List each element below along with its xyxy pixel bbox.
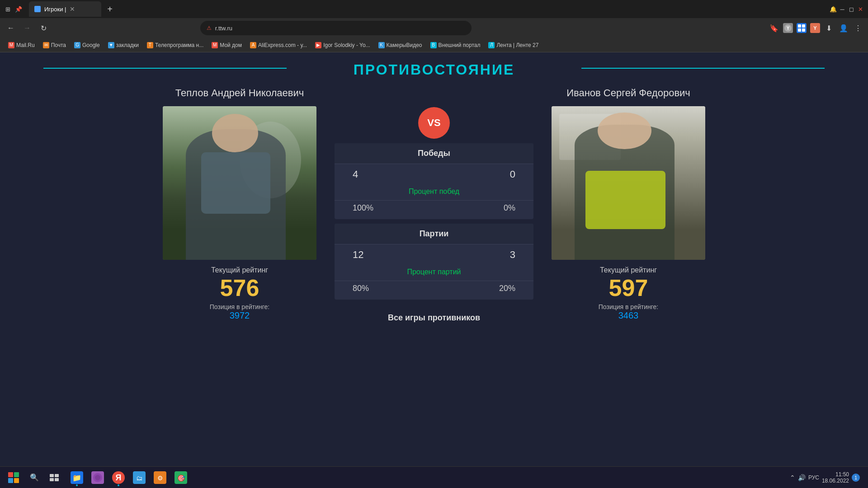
svg-rect-9 — [55, 478, 59, 481]
bookmark-ali[interactable]: A AliExpress.com - у... — [246, 39, 311, 51]
tab-label: Игроки | — [44, 6, 66, 13]
player1-panel: Теплов Андрей Николаевич Текущий рейтинг… — [154, 87, 326, 321]
minimize-btn[interactable]: ─ — [838, 5, 846, 13]
sets-p1: 12 — [353, 249, 363, 261]
bookmark-google[interactable]: G Google — [71, 39, 104, 51]
bookmark-bookmarks[interactable]: ▼ закладки — [104, 39, 142, 51]
svg-text:⚙: ⚙ — [157, 474, 163, 482]
ext2[interactable] — [797, 23, 807, 33]
tray-speaker[interactable]: 🔊 — [798, 474, 806, 481]
bookmark-youtube[interactable]: ▶ Igor Solodkiy - Yo... — [311, 39, 373, 51]
start-button[interactable] — [4, 468, 24, 488]
window-controls: ⊞ 📌 — [4, 5, 23, 13]
player1-name: Теплов Андрей Николаевич — [175, 87, 304, 99]
address-bar[interactable]: ⚠ r.ttw.ru — [200, 21, 472, 35]
tray-expand[interactable]: ⌃ — [790, 474, 795, 481]
opposition-section: ПРОТИВОСТОЯНИЕ — [0, 52, 868, 83]
security-warning-icon: ⚠ — [207, 25, 212, 31]
taskbar-app-unknown[interactable]: 🎯 — [171, 468, 191, 488]
active-dot2 — [118, 484, 119, 486]
tray-clock[interactable]: 11:50 18.06.2022 — [822, 471, 849, 484]
taskbar-app-explorer[interactable]: 📁 — [67, 468, 87, 488]
notifications-icon[interactable]: 🔔 — [829, 5, 837, 13]
win-pct-p1: 100% — [353, 203, 373, 213]
bookmark-lenta-label: Лента | Ленте 27 — [496, 42, 538, 48]
taskbar-search-btn[interactable]: 🔍 — [25, 469, 43, 486]
svg-rect-2 — [798, 24, 801, 28]
back-btn[interactable]: ← — [5, 22, 17, 34]
taskbar-app-files[interactable]: 🗂 — [129, 468, 149, 488]
win-pct-p2: 0% — [504, 203, 515, 213]
bookmark-portal-label: Внешний портал — [439, 42, 481, 48]
bookmark-cameras[interactable]: K КамерыВидео — [375, 39, 426, 51]
pin-btn[interactable]: 📌 — [14, 5, 23, 13]
player2-position-label: Позиция в рейтинге: — [599, 303, 658, 310]
svg-rect-4 — [798, 28, 801, 32]
bookmark-home-label: Мой дом — [220, 42, 242, 48]
win-pct-row: 100% 0% — [335, 201, 533, 219]
downloads-icon[interactable]: ⬇ — [824, 23, 835, 33]
svg-point-14 — [95, 475, 100, 480]
player2-panel: Иванов Сергей Федорович Текущий рейтинг … — [542, 87, 714, 321]
svg-text:Я: Я — [116, 473, 122, 482]
refresh-btn[interactable]: ↻ — [37, 22, 50, 34]
profile-icon[interactable]: 👤 — [838, 23, 849, 33]
ext1[interactable]: Y — [783, 23, 793, 33]
sets-table: Партии 12 3 Процент партий 80% 20% — [335, 224, 533, 300]
bookmark-home[interactable]: M Мой дом — [208, 39, 245, 51]
bookmark-mail[interactable]: ✉ Почта — [39, 39, 70, 51]
cameras-icon: K — [378, 42, 385, 48]
opposition-title: ПРОТИВОСТОЯНИЕ — [0, 61, 868, 78]
taskbar-app-settings[interactable]: ⚙ — [150, 468, 170, 488]
new-tab-btn[interactable]: + — [103, 2, 117, 16]
window-icon[interactable]: ⊞ — [4, 5, 12, 13]
tray-time-value: 11:50 — [822, 471, 849, 478]
restore-btn[interactable]: ◻ — [847, 5, 855, 13]
all-games-label: Все игры противников — [335, 313, 533, 323]
player1-position-label: Позиция в рейтинге: — [210, 303, 269, 310]
sets-p2: 3 — [510, 249, 515, 261]
taskbar-app-yandex[interactable]: Я — [108, 468, 128, 488]
bookmark-tv[interactable]: T Телепрограмма н... — [143, 39, 207, 51]
player1-position: 3972 — [230, 310, 250, 321]
bookmark-portal[interactable]: В Внешний портал — [427, 39, 484, 51]
bookmark-tv-label: Телепрограмма н... — [155, 42, 203, 48]
active-tab[interactable]: Игроки | ✕ — [29, 1, 101, 17]
google-icon: G — [74, 42, 80, 48]
player2-rating: 597 — [609, 276, 648, 300]
bookmark-youtube-label: Igor Solodkiy - Yo... — [323, 42, 370, 48]
bookmark-mailru[interactable]: M Mail.Ru — [5, 39, 38, 51]
svg-rect-6 — [50, 474, 54, 477]
set-pct-row: 80% 20% — [335, 281, 533, 300]
portal-icon: В — [430, 42, 437, 48]
bookmark-icon[interactable]: 🔖 — [769, 23, 779, 33]
menu-icon[interactable]: ⋮ — [853, 23, 863, 33]
tab-close-btn[interactable]: ✕ — [70, 5, 75, 13]
taskbar: 🔍 📁 Я — [0, 466, 868, 488]
bookmark-cameras-label: КамерыВидео — [387, 42, 422, 48]
wins-table: Победы 4 0 Процент побед 100% 0% — [335, 143, 533, 219]
task-view-btn[interactable] — [45, 469, 63, 486]
wins-values-row: 4 0 — [335, 164, 533, 185]
set-pct-label: Процент партий — [335, 265, 533, 281]
taskbar-app-mail[interactable] — [88, 468, 108, 488]
close-btn[interactable]: ✕ — [856, 5, 864, 13]
tab-favicon — [34, 6, 41, 12]
forward-btn[interactable]: → — [21, 22, 33, 34]
vs-row: VS — [335, 87, 533, 139]
win-pct-label: Процент побед — [335, 185, 533, 200]
tray-notification-badge[interactable]: 1 — [852, 474, 860, 482]
bookmarks-bar: M Mail.Ru ✉ Почта G Google ▼ закладки T … — [0, 38, 868, 52]
tv-icon: T — [147, 42, 153, 48]
taskbar-pinned-apps: 📁 Я 🗂 ⚙ — [67, 468, 191, 488]
ali-icon: A — [250, 42, 256, 48]
svg-rect-3 — [802, 24, 805, 28]
tray-date-value: 18.06.2022 — [822, 478, 849, 484]
tray-lang[interactable]: РУС — [808, 474, 819, 481]
bookmark-lenta[interactable]: Л Лента | Ленте 27 — [485, 39, 542, 51]
bookmarks-icon: ▼ — [108, 42, 114, 48]
windows-logo — [8, 472, 19, 483]
ext3[interactable]: Y — [810, 23, 820, 33]
bookmark-ali-label: AliExpress.com - у... — [258, 42, 307, 48]
sets-header: Партии — [335, 224, 533, 244]
